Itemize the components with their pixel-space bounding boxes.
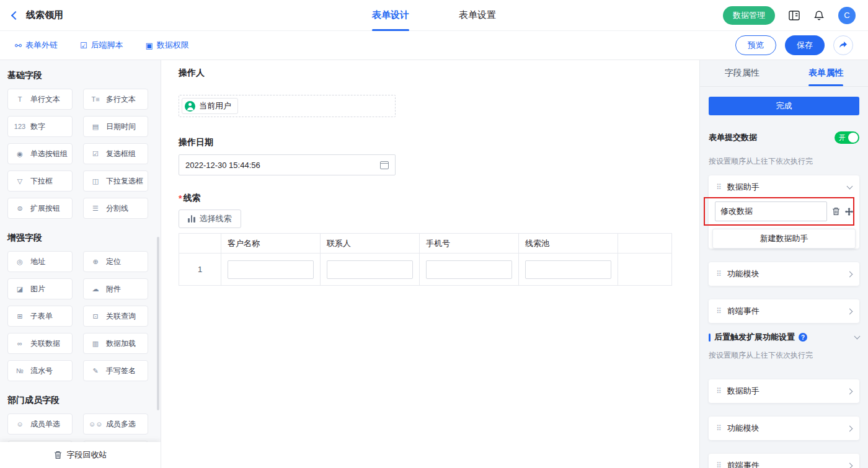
field-item[interactable]: T≡多行文本 xyxy=(83,89,148,110)
header-tabs: 表单设计 表单设置 xyxy=(372,0,496,31)
field-item[interactable]: ▽下拉框 xyxy=(7,170,73,192)
table-cell xyxy=(221,254,321,286)
field-item-label: 下拉框 xyxy=(30,176,53,187)
bar-chart-icon xyxy=(188,215,195,223)
field-item[interactable]: ◫下拉复选框 xyxy=(83,170,148,192)
help-icon[interactable]: ? xyxy=(799,333,807,342)
tab-label: 表单设置 xyxy=(459,9,496,21)
card-frontend-event-header[interactable]: ⠿ 前端事件 xyxy=(709,299,859,323)
drag-handle-icon[interactable]: ⠿ xyxy=(716,307,722,315)
tab-form-settings[interactable]: 表单设置 xyxy=(459,0,496,31)
field-type-icon: ▥ xyxy=(89,340,102,348)
table-cell-input[interactable] xyxy=(525,260,611,279)
sidebar-scrollbar[interactable] xyxy=(157,237,159,410)
tab-label: 表单设计 xyxy=(372,9,409,21)
field-item[interactable]: ☑复选框组 xyxy=(83,143,148,164)
table-cell xyxy=(618,254,672,286)
submit-toggle[interactable]: 开 xyxy=(835,131,859,144)
delete-icon[interactable] xyxy=(832,207,840,216)
chevron-down-icon xyxy=(847,183,853,190)
card-frontend-event: ⠿ 前端事件 xyxy=(709,299,859,323)
drag-handle-icon[interactable]: ⠿ xyxy=(716,387,722,395)
field-item[interactable]: ◎地址 xyxy=(7,251,73,272)
field-item[interactable]: ⊡关联查询 xyxy=(83,306,148,327)
table-cell-input[interactable] xyxy=(327,260,413,279)
card-label: 前端事件 xyxy=(727,460,760,468)
move-icon[interactable] xyxy=(845,208,853,216)
header-right: 数据管理 C xyxy=(723,6,856,25)
field-item-label: 附件 xyxy=(106,284,121,294)
external-link-button[interactable]: ⚯ 表单外链 xyxy=(15,40,58,51)
data-permission-button[interactable]: ▣ 数据权限 xyxy=(146,40,189,51)
field-item[interactable]: ☁附件 xyxy=(83,278,148,299)
field-item[interactable]: №流水号 xyxy=(7,360,73,381)
drag-handle-icon[interactable]: ⠿ xyxy=(716,270,722,278)
done-button[interactable]: 完成 xyxy=(709,97,859,115)
right-panel: 字段属性 表单属性 完成 表单提交数据 开 按设置顺序从上往下依次执行完 ⠿ 数 xyxy=(699,60,868,468)
card-post-data-helper-header[interactable]: ⠿ 数据助手 xyxy=(709,379,859,403)
script-icon: ☑ xyxy=(80,41,87,50)
field-type-icon: T≡ xyxy=(89,95,102,103)
field-item[interactable]: ☺☺成员多选 xyxy=(83,413,148,435)
data-manage-button[interactable]: 数据管理 xyxy=(723,6,775,25)
data-helper-name-input[interactable] xyxy=(715,201,827,221)
field-item[interactable]: ⊞子表单 xyxy=(7,306,73,327)
card-post-frontend-event-header[interactable]: ⠿ 前端事件 xyxy=(709,454,859,468)
table-cell-input[interactable] xyxy=(228,260,314,279)
clue-table: 客户名称 联系人 手机号 线索池 1 xyxy=(179,233,672,286)
chevron-down-icon xyxy=(854,333,861,340)
drag-handle-icon[interactable]: ⠿ xyxy=(716,183,722,191)
field-type-icon: ◫ xyxy=(89,177,102,185)
field-item[interactable]: ▤日期时间 xyxy=(83,116,148,137)
card-post-function-module-header[interactable]: ⠿ 功能模块 xyxy=(709,417,859,440)
drag-handle-icon[interactable]: ⠿ xyxy=(716,462,722,468)
field-item[interactable]: ⊜扩展按钮 xyxy=(7,198,73,219)
field-item[interactable]: ✎手写签名 xyxy=(83,360,148,381)
chevron-right-icon xyxy=(847,271,853,277)
field-item[interactable]: T单行文本 xyxy=(7,89,73,110)
field-type-icon: ▤ xyxy=(89,123,102,131)
field-item[interactable]: ◉单选按钮组 xyxy=(7,143,73,164)
field-item[interactable]: ☺成员单选 xyxy=(7,413,73,435)
field-item-label: 单选按钮组 xyxy=(30,149,68,159)
field-type-icon: ☑ xyxy=(89,150,102,158)
share-button[interactable] xyxy=(833,35,853,55)
drag-handle-icon[interactable]: ⠿ xyxy=(716,425,722,432)
chip-label: 当前用户 xyxy=(199,100,231,112)
tab-form-properties[interactable]: 表单属性 xyxy=(784,60,868,86)
form-canvas: 操作人 当前用户 操作日期 2022-12-30 15:44:56 * xyxy=(161,60,699,468)
table-cell-input[interactable] xyxy=(426,260,512,279)
card-label: 前端事件 xyxy=(727,306,760,317)
layout-icon[interactable] xyxy=(789,11,800,20)
bell-icon[interactable] xyxy=(813,10,825,21)
field-item[interactable]: 123数字 xyxy=(7,116,73,137)
field-item[interactable]: ☰分割线 xyxy=(83,198,148,219)
operator-field[interactable]: 当前用户 xyxy=(179,95,396,117)
field-item[interactable]: ⊕定位 xyxy=(83,251,148,272)
post-trigger-section-header[interactable]: 后置触发扩展功能设置 ? xyxy=(709,332,859,343)
field-item[interactable]: ▥数据加载 xyxy=(83,333,148,354)
card-function-module-header[interactable]: ⠿ 功能模块 xyxy=(709,262,859,286)
field-item[interactable]: ◪图片 xyxy=(7,278,73,299)
save-button[interactable]: 保存 xyxy=(785,35,825,55)
back-icon[interactable] xyxy=(11,11,20,19)
date-input[interactable]: 2022-12-30 15:44:56 xyxy=(179,154,396,175)
permission-icon: ▣ xyxy=(146,41,153,50)
chevron-right-icon xyxy=(847,308,853,314)
field-grid: ◎地址 ⊕定位 ◪图片 ☁附件 ⊞子表单 ⊡关联查询 ∞关联数据 ▥数据加载 №… xyxy=(7,251,153,381)
submit-data-row: 表单提交数据 开 xyxy=(709,131,859,144)
field-item[interactable]: ∞关联数据 xyxy=(7,333,73,354)
current-user-chip[interactable]: 当前用户 xyxy=(182,98,238,114)
new-data-helper-button[interactable]: 新建数据助手 xyxy=(712,229,856,249)
backend-script-button[interactable]: ☑ 后端脚本 xyxy=(80,40,123,51)
preview-button[interactable]: 预览 xyxy=(735,35,776,55)
date-value: 2022-12-30 15:44:56 xyxy=(185,161,380,170)
field-item-label: 数据加载 xyxy=(106,338,136,349)
tab-field-properties[interactable]: 字段属性 xyxy=(700,60,784,86)
field-type-icon: 123 xyxy=(13,123,27,130)
select-clue-button[interactable]: 选择线索 xyxy=(179,210,241,228)
field-recycle-bin[interactable]: 字段回收站 xyxy=(0,442,161,468)
user-avatar[interactable]: C xyxy=(838,7,856,24)
tab-form-design[interactable]: 表单设计 xyxy=(372,0,409,31)
card-data-helper-header[interactable]: ⠿ 数据助手 xyxy=(709,175,859,199)
